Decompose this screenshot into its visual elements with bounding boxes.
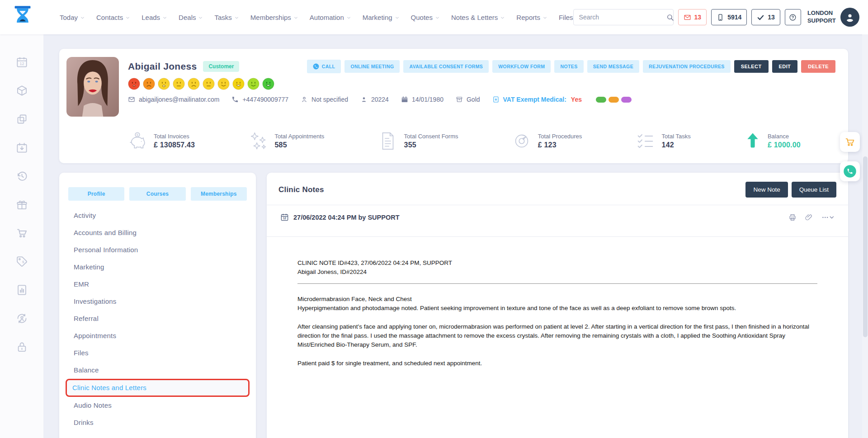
- user-avatar[interactable]: [840, 8, 859, 27]
- note-timestamp: 27/06/2022 04:24 PM by SUPPORT: [293, 214, 400, 221]
- mail-badge[interactable]: 13: [678, 9, 707, 25]
- sidebar-copy-icon[interactable]: [16, 113, 28, 125]
- section-item-marketing[interactable]: Marketing: [68, 259, 247, 276]
- nav-label: Deals: [179, 14, 196, 21]
- nav-item-tasks[interactable]: Tasks: [214, 14, 239, 21]
- nav-label: Automation: [310, 14, 344, 21]
- header-right: 13 5914 13 LONDON SUPPORT: [573, 8, 859, 27]
- nav-item-leads[interactable]: Leads: [142, 14, 167, 21]
- piggy-bank-icon: $: [127, 131, 148, 151]
- section-item-clinic-notes-and-letters[interactable]: Clinic Notes and Letters: [66, 379, 250, 397]
- page-scrollbar[interactable]: [862, 34, 868, 438]
- profile-photo[interactable]: [66, 57, 119, 117]
- rating-emoji-2[interactable]: [143, 78, 155, 90]
- search-input[interactable]: [574, 14, 666, 21]
- sidebar-price-tag-icon[interactable]: $: [16, 255, 28, 268]
- new-note-button[interactable]: New Note: [745, 182, 788, 198]
- tab-courses[interactable]: Courses: [129, 187, 185, 201]
- section-item-audio-notes[interactable]: Audio Notes: [68, 397, 247, 414]
- section-item-accounts-and-billing[interactable]: Accounts and Billing: [68, 224, 247, 241]
- more-options-icon[interactable]: [821, 213, 835, 221]
- nav-label: Memberships: [250, 14, 291, 21]
- section-item-referral[interactable]: Referral: [68, 310, 247, 327]
- attachment-icon[interactable]: [805, 213, 813, 221]
- nav-item-notes-letters[interactable]: Notes & Letters: [451, 14, 505, 21]
- app-logo-icon[interactable]: [13, 5, 33, 29]
- tasks-badge[interactable]: 13: [751, 9, 780, 25]
- rating-emoji-1[interactable]: [128, 78, 140, 90]
- chevron-down-icon: [542, 15, 547, 20]
- nav-item-files[interactable]: Files: [559, 14, 573, 21]
- sidebar-chart-doc-icon[interactable]: [16, 284, 28, 296]
- contact-phone[interactable]: +447490009777: [231, 96, 288, 103]
- rating-emoji-10[interactable]: [262, 78, 274, 90]
- section-item-drinks[interactable]: Drinks: [68, 414, 247, 431]
- phone-circle-icon: [843, 165, 857, 178]
- send-message-button[interactable]: SEND MESSAGE: [587, 60, 639, 73]
- rating-emoji-8[interactable]: [232, 78, 245, 90]
- nav-item-today[interactable]: Today: [60, 14, 85, 21]
- available-consent-forms-button[interactable]: AVAILABLE CONSENT FORMS: [403, 60, 489, 73]
- section-item-investigations[interactable]: Investigations: [68, 293, 247, 310]
- tag-pill-2[interactable]: [609, 97, 619, 103]
- profile-card: Abigail Joness Customer CALLONLINE MEETI…: [59, 49, 848, 163]
- delete-button[interactable]: DELETE: [801, 60, 835, 73]
- sidebar-user-sync-icon[interactable]: [16, 312, 28, 325]
- queue-list-button[interactable]: Queue List: [792, 182, 836, 198]
- section-item-balance[interactable]: Balance: [68, 362, 247, 379]
- section-item-emr[interactable]: EMR: [68, 276, 247, 293]
- sidebar-gift-icon[interactable]: [16, 198, 28, 211]
- stat-total-appointments: Total Appointments585: [248, 131, 324, 151]
- sidebar-calendar-12-icon[interactable]: 12: [16, 56, 28, 68]
- contact-value: Gold: [467, 96, 480, 103]
- sidebar-lock-icon[interactable]: [16, 341, 28, 353]
- workflow-form-button[interactable]: WORKFLOW FORM: [492, 60, 551, 73]
- rating-emoji-3[interactable]: [158, 78, 170, 90]
- rating-emoji-9[interactable]: [247, 78, 259, 90]
- online-meeting-button[interactable]: ONLINE MEETING: [344, 60, 400, 73]
- nav-item-deals[interactable]: Deals: [179, 14, 203, 21]
- sidebar-cube-icon[interactable]: [16, 85, 28, 97]
- svg-text:12: 12: [19, 61, 24, 66]
- sidebar-calendar-in-icon[interactable]: [16, 141, 28, 154]
- rating-emoji-7[interactable]: [217, 78, 230, 90]
- rating-emoji-5[interactable]: [188, 78, 200, 90]
- section-item-files[interactable]: Files: [68, 344, 247, 362]
- rejuvenation-procedures-button[interactable]: REJUVENATION PROCEDURES: [643, 60, 731, 73]
- phone-badge[interactable]: 5914: [711, 9, 747, 25]
- tab-memberships[interactable]: Memberships: [191, 187, 247, 201]
- tag-pill-1[interactable]: [596, 97, 606, 103]
- nav-item-reports[interactable]: Reports: [516, 14, 547, 21]
- rating-emoji-4[interactable]: [173, 78, 185, 90]
- mobile-icon: [717, 14, 724, 21]
- nav-item-marketing[interactable]: Marketing: [363, 14, 400, 21]
- print-icon[interactable]: [788, 213, 797, 221]
- call-button[interactable]: CALL: [307, 60, 341, 73]
- sidebar-cart-icon[interactable]: [16, 227, 28, 239]
- tab-profile[interactable]: Profile: [68, 187, 124, 201]
- calendar-icon: 12: [280, 213, 289, 221]
- cart-float-button[interactable]: [840, 132, 860, 152]
- tag-pill-3[interactable]: [621, 97, 632, 103]
- notes-button[interactable]: NOTES: [554, 60, 583, 73]
- mail-count: 13: [694, 14, 702, 21]
- section-item-activity[interactable]: Activity: [68, 207, 247, 224]
- section-item-appointments[interactable]: Appointments: [68, 327, 247, 344]
- nav-item-quotes[interactable]: Quotes: [411, 14, 440, 21]
- contact-mail[interactable]: abigailjones@mailinator.com: [128, 96, 219, 103]
- nav-item-memberships[interactable]: Memberships: [250, 14, 298, 21]
- edit-button[interactable]: EDIT: [772, 60, 798, 73]
- nav-item-automation[interactable]: Automation: [310, 14, 351, 21]
- chevron-down-icon: [293, 15, 298, 20]
- help-button[interactable]: [785, 9, 801, 25]
- select-button[interactable]: SELECT: [734, 60, 769, 73]
- donut-chart-icon: [511, 131, 532, 151]
- note-header: 12 27/06/2022 04:24 PM by SUPPORT: [278, 205, 836, 229]
- search-icon[interactable]: [666, 9, 674, 25]
- section-item-personal-information[interactable]: Personal Information: [68, 241, 247, 259]
- call-float-button[interactable]: [840, 161, 860, 181]
- cart-icon: [844, 137, 855, 147]
- sidebar-history-icon[interactable]: [16, 170, 28, 182]
- nav-item-contacts[interactable]: Contacts: [96, 14, 130, 21]
- rating-emoji-6[interactable]: [203, 78, 215, 90]
